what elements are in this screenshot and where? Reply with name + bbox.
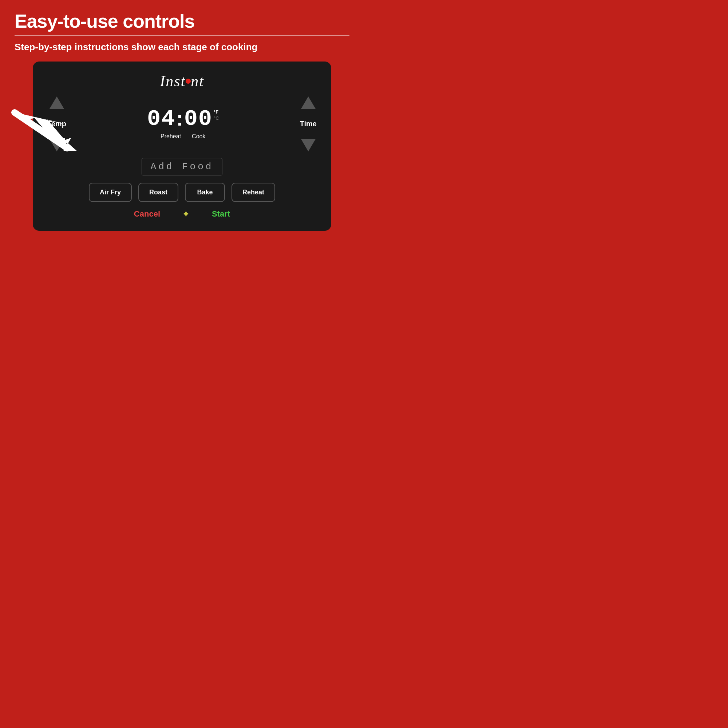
- temp-up-button[interactable]: [49, 96, 64, 109]
- cancel-button[interactable]: Cancel: [134, 209, 160, 219]
- roast-button[interactable]: Roast: [138, 183, 178, 202]
- add-food-text: Add Food: [151, 161, 214, 172]
- divider: [15, 35, 349, 36]
- time-colon: :: [176, 108, 183, 130]
- bake-button[interactable]: Bake: [185, 183, 225, 202]
- cook-label: Cook: [192, 133, 205, 140]
- reheat-button[interactable]: Reheat: [231, 183, 275, 202]
- time-down-button[interactable]: [301, 139, 316, 151]
- time-control: Time: [300, 96, 317, 151]
- cook-buttons-row: Air Fry Roast Bake Reheat: [89, 183, 275, 202]
- time-display: 04 : 00 °F °C: [147, 108, 219, 130]
- bottom-controls: Cancel ✦ Start: [134, 209, 230, 220]
- brand-logo: Instnt: [160, 72, 204, 90]
- main-title: Easy-to-use controls: [15, 11, 349, 32]
- page-wrapper: Easy-to-use controls Step-by-step instru…: [0, 0, 364, 364]
- light-icon[interactable]: ✦: [182, 209, 190, 220]
- device-panel: Instnt Temp 04 : 00 °F °C: [33, 61, 331, 231]
- stage-labels: Preheat Cook: [161, 133, 205, 140]
- add-food-row: Add Food: [47, 156, 317, 176]
- arrow-annotation: [11, 109, 91, 153]
- start-button[interactable]: Start: [212, 209, 230, 219]
- add-food-display: Add Food: [142, 158, 223, 176]
- subtitle: Step-by-step instructions show each stag…: [15, 41, 349, 54]
- time-up-button[interactable]: [301, 96, 316, 109]
- time-digits: 04: [147, 108, 176, 130]
- time-label: Time: [300, 120, 317, 128]
- air-fry-button[interactable]: Air Fry: [89, 183, 132, 202]
- preheat-label: Preheat: [161, 133, 181, 140]
- brand-name: Instnt: [160, 73, 204, 90]
- temperature-units: °F °C: [214, 109, 219, 122]
- time-minutes: 00: [184, 108, 213, 130]
- center-display: 04 : 00 °F °C Preheat Cook: [147, 108, 219, 140]
